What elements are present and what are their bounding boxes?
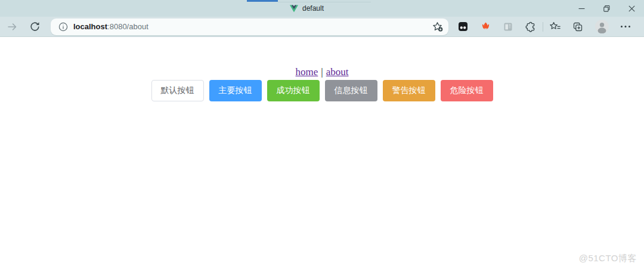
warning-button[interactable]: 警告按钮 (383, 80, 435, 101)
nav-link-about[interactable]: about (326, 66, 349, 78)
router-links: home|about (0, 37, 644, 77)
refresh-button[interactable] (26, 18, 43, 35)
primary-button[interactable]: 主要按钮 (209, 80, 262, 101)
extension-dark-button[interactable] (454, 18, 471, 35)
vue-logo-icon (290, 5, 298, 13)
watermark: @51CTO博客 (579, 253, 637, 264)
window-controls (569, 0, 644, 17)
refresh-icon (30, 21, 40, 32)
extension-dark-icon (458, 21, 468, 32)
add-favorite-icon[interactable] (432, 21, 444, 32)
forward-button[interactable] (4, 18, 20, 35)
minimize-button[interactable] (569, 0, 594, 17)
active-tab-accent (247, 0, 278, 2)
more-menu-button[interactable] (617, 18, 634, 35)
collections-icon (572, 21, 583, 32)
link-separator: | (321, 66, 323, 78)
address-bar[interactable]: localhost:8080/about (51, 18, 448, 35)
extension-tulip-button[interactable] (477, 18, 494, 35)
extension-book-icon (503, 22, 513, 32)
url-path: :8080/about (107, 22, 148, 31)
profile-button[interactable] (593, 18, 610, 35)
tab-title: default (302, 4, 324, 13)
extension-book-button[interactable] (500, 18, 516, 35)
forward-icon (7, 22, 17, 32)
browser-tab-default[interactable]: default (284, 0, 330, 17)
browser-titlebar: default (0, 0, 644, 17)
browser-toolbar: localhost:8080/about (0, 17, 644, 37)
url-text[interactable]: localhost:8080/about (73, 22, 432, 31)
close-icon[interactable] (619, 0, 644, 17)
success-button[interactable]: 成功按钮 (267, 80, 320, 101)
url-host: localhost (73, 22, 107, 31)
extensions-puzzle-icon (525, 21, 536, 32)
favorites-button[interactable] (547, 18, 564, 35)
profile-avatar (595, 20, 609, 33)
extension-tulip-icon (481, 21, 491, 32)
toolbar-divider (543, 22, 543, 32)
info-button[interactable]: 信息按钮 (325, 80, 377, 101)
nav-link-home[interactable]: home (296, 66, 318, 78)
favorites-icon (550, 21, 561, 32)
site-info-icon[interactable] (58, 22, 68, 32)
page-content: home|about 默认按钮 主要按钮 成功按钮 信息按钮 警告按钮 危险按钮… (0, 37, 644, 269)
extensions-button[interactable] (522, 18, 539, 35)
more-menu-icon (620, 25, 631, 28)
restore-button[interactable] (594, 0, 619, 17)
collections-button[interactable] (569, 18, 586, 35)
danger-button[interactable]: 危险按钮 (441, 80, 493, 101)
default-button[interactable]: 默认按钮 (151, 80, 204, 101)
button-group: 默认按钮 主要按钮 成功按钮 信息按钮 警告按钮 危险按钮 (0, 80, 644, 101)
